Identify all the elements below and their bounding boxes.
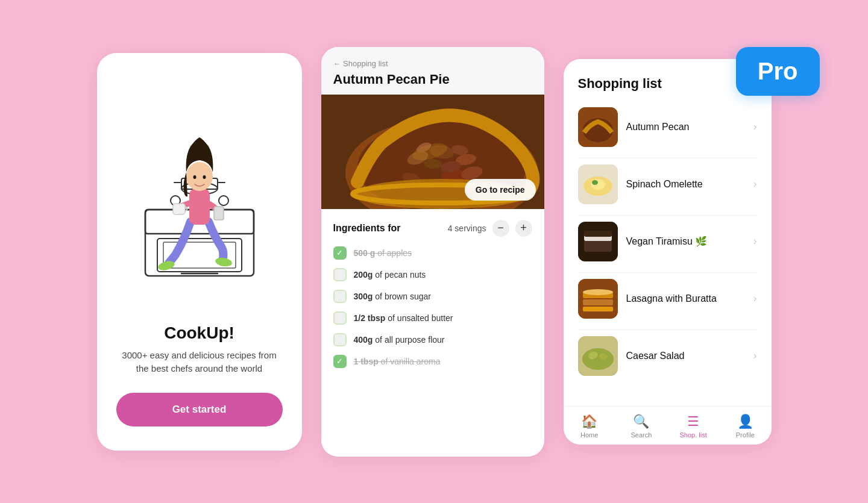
svg-point-3 [219, 196, 228, 205]
ingredient-checkbox[interactable] [333, 311, 347, 325]
cookup-title: CookUp! [164, 323, 234, 343]
cookup-card: CookUp! 3000+ easy and delicious recipes… [97, 53, 302, 451]
go-to-recipe-button[interactable]: Go to recipe [465, 179, 536, 201]
ingredient-checkbox[interactable] [333, 290, 347, 303]
shopping-item-thumb [578, 222, 618, 261]
shopping-item-thumb [578, 336, 618, 376]
chevron-right-icon: › [753, 349, 757, 362]
svg-rect-47 [578, 279, 618, 319]
ingredient-checkbox[interactable] [333, 268, 347, 281]
svg-point-17 [203, 175, 206, 179]
shopping-item-name: Lasagna with Buratta [626, 293, 745, 304]
nav-shoplist-label: Shop. list [680, 431, 707, 439]
bottom-nav: 🏠 Home 🔍 Search ☰ Shop. list 👤 Profile [564, 406, 772, 445]
chevron-right-icon: › [753, 120, 757, 133]
shopping-list-item[interactable]: Caesar Salad› [573, 330, 762, 382]
nav-home-label: Home [580, 431, 598, 439]
ingredient-text: 1/2 tbsp of unsalted butter [354, 313, 453, 323]
recipe-back-link[interactable]: ← Shopping list [333, 59, 532, 68]
servings-control: 4 servings − + [448, 220, 532, 237]
ingredient-row[interactable]: 1/2 tbsp of unsalted butter [333, 311, 532, 325]
nav-home[interactable]: 🏠 Home [571, 414, 608, 439]
shopping-item-name: Vegan Tiramisu 🌿 [626, 236, 745, 247]
increase-servings-button[interactable]: + [515, 220, 532, 237]
svg-point-13 [214, 256, 232, 267]
shopping-item-name: Spinach Omelette [626, 179, 745, 190]
shopping-item-thumb [578, 279, 618, 319]
chevron-right-icon: › [753, 178, 757, 190]
ingredient-text: 400g of all purpose flour [354, 335, 445, 345]
search-icon: 🔍 [633, 414, 649, 430]
svg-rect-19 [214, 207, 224, 220]
ingredient-text: 500 g of apples [354, 248, 412, 258]
ingredients-label: Ingredients for [333, 223, 401, 234]
ingredients-list: 500 g of apples200g of pecan nuts300g of… [333, 246, 532, 368]
ingredient-checkbox[interactable] [333, 246, 347, 260]
shopping-item-thumb [578, 164, 618, 204]
ingredient-text: 200g of pecan nuts [354, 270, 426, 280]
get-started-button[interactable]: Get started [116, 393, 283, 426]
servings-text: 4 servings [448, 223, 486, 233]
recipe-title: Autumn Pecan Pie [333, 72, 532, 87]
recipe-image-container: Go to recipe [321, 95, 544, 209]
svg-point-16 [193, 175, 196, 179]
svg-point-53 [582, 348, 614, 370]
nav-search[interactable]: 🔍 Search [623, 414, 659, 439]
ingredient-row[interactable]: 500 g of apples [333, 246, 532, 260]
svg-rect-18 [173, 204, 185, 214]
svg-point-42 [592, 180, 598, 185]
shopping-list-item[interactable]: Spinach Omelette› [573, 158, 762, 210]
svg-rect-50 [583, 307, 613, 311]
shoplist-icon: ☰ [687, 414, 699, 430]
ingredient-row[interactable]: 400g of all purpose flour [333, 333, 532, 346]
home-icon: 🏠 [581, 414, 597, 430]
nav-profile[interactable]: 👤 Profile [727, 414, 763, 439]
shopping-list-item[interactable]: Vegan Tiramisu 🌿› [573, 216, 762, 267]
shopping-list: Autumn Pecan›Spinach Omelette›Vegan Tira… [564, 101, 772, 406]
ingredient-row[interactable]: 200g of pecan nuts [333, 268, 532, 281]
ingredient-text: 1 tbsp of vanilla aroma [354, 357, 441, 366]
pro-badge[interactable]: Pro [736, 47, 820, 96]
ingredient-text: 300g of brown sugar [354, 292, 431, 301]
recipe-card: ← Shopping list Autumn Pecan Pie [321, 47, 544, 457]
chevron-right-icon: › [753, 292, 757, 305]
shopping-card-wrapper: Shopping list Autumn Pecan›Spinach Omele… [564, 59, 772, 445]
cookup-illustration [127, 83, 272, 288]
cookup-subtitle: 3000+ easy and delicious recipes from th… [116, 349, 283, 376]
svg-rect-49 [583, 299, 613, 305]
profile-icon: 👤 [737, 414, 753, 430]
svg-point-41 [591, 179, 605, 190]
svg-point-15 [186, 162, 213, 191]
svg-rect-46 [584, 231, 612, 237]
shopping-card: Shopping list Autumn Pecan›Spinach Omele… [564, 59, 772, 445]
shopping-title: Shopping list [578, 76, 757, 92]
shopping-list-item[interactable]: Autumn Pecan› [573, 101, 762, 153]
shopping-item-thumb [578, 107, 618, 147]
svg-point-51 [583, 289, 613, 295]
ingredient-checkbox[interactable] [333, 355, 347, 368]
svg-rect-14 [189, 189, 210, 225]
recipe-header: ← Shopping list Autumn Pecan Pie [321, 47, 544, 95]
ingredient-row[interactable]: 1 tbsp of vanilla aroma [333, 355, 532, 368]
shopping-item-name: Autumn Pecan [626, 122, 745, 133]
ingredient-row[interactable]: 300g of brown sugar [333, 290, 532, 303]
ingredients-header: Ingredients for 4 servings − + [333, 220, 532, 237]
chevron-right-icon: › [753, 235, 757, 248]
nav-shoplist[interactable]: ☰ Shop. list [675, 414, 711, 439]
ingredients-section: Ingredients for 4 servings − + 500 g of … [321, 209, 544, 457]
shopping-list-item[interactable]: Lasagna with Buratta› [573, 273, 762, 325]
nav-profile-label: Profile [736, 431, 755, 439]
nav-search-label: Search [631, 431, 652, 439]
shopping-item-name: Caesar Salad [626, 351, 745, 361]
decrease-servings-button[interactable]: − [492, 220, 509, 237]
ingredient-checkbox[interactable] [333, 333, 347, 346]
